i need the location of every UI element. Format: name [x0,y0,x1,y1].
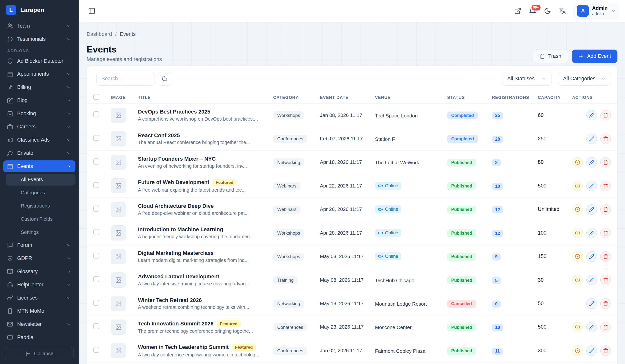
event-title[interactable]: React Conf 2025 [138,132,180,139]
delete-button[interactable] [600,157,611,168]
event-title[interactable]: Future of Web Development [138,179,209,185]
delete-button[interactable] [600,275,611,285]
sidebar-item-booking[interactable]: Booking [3,108,75,120]
sidebar-item-events[interactable]: Events [3,160,75,172]
event-title[interactable]: Startup Founders Mixer – NYC [138,156,216,162]
cancel-event-button[interactable] [572,157,583,168]
event-title[interactable]: Digital Marketing Masterclass [138,250,214,256]
notifications-button[interactable]: 99+ [529,7,536,15]
sidebar-item-forum[interactable]: Forum [3,239,75,251]
edit-button[interactable] [586,275,597,285]
sidebar-subitem-categories[interactable]: Categories [6,187,75,199]
cancel-event-button[interactable] [572,251,583,262]
edit-button[interactable] [586,181,597,191]
delete-button[interactable] [600,251,611,262]
edit-button[interactable] [586,110,597,121]
sidebar-toggle-button[interactable] [88,7,95,14]
row-checkbox[interactable] [93,323,99,329]
edit-button[interactable] [586,298,597,309]
sidebar-item-blog[interactable]: Blog [3,94,75,106]
sidebar-item-testimonials[interactable]: Testimonials [3,33,75,45]
event-image-placeholder [111,108,126,123]
edit-button[interactable] [586,345,597,356]
sidebar-item-appointments[interactable]: Appointments [3,68,75,80]
row-checkbox[interactable] [93,182,99,188]
breadcrumb-dashboard[interactable]: Dashboard [87,31,112,37]
content: Dashboard / Events Events Manage events … [79,22,625,364]
cancel-event-button[interactable] [572,322,583,333]
event-title[interactable]: Advanced Laravel Development [138,273,219,280]
sidebar-item-team[interactable]: Team [3,20,75,32]
row-checkbox[interactable] [93,229,99,235]
edit-button[interactable] [586,322,597,333]
chevron-down-icon [66,37,71,42]
category-badge: Conferences [273,323,307,331]
event-title[interactable]: Tech Innovation Summit 2026 [138,321,214,327]
add-event-button[interactable]: Add Event [572,50,617,63]
sidebar-item-glossary[interactable]: Glossary [3,266,75,277]
brand[interactable]: L Larapen [0,0,79,20]
external-link-button[interactable] [514,7,521,14]
sidebar-item-licenses[interactable]: Licenses [3,292,75,304]
translate-button[interactable] [559,7,566,14]
edit-button[interactable] [586,204,597,215]
cancel-event-button[interactable] [572,204,583,215]
search-input[interactable] [96,72,155,86]
sidebar-item-newsletter[interactable]: Newsletter [3,318,75,330]
row-checkbox[interactable] [93,276,99,282]
sidebar-item-mtn-momo[interactable]: MTN MoMo [3,305,75,317]
delete-button[interactable] [600,228,611,238]
category-filter-select[interactable]: All Categories [558,72,611,86]
event-title[interactable]: Cloud Architecture Deep Dive [138,203,214,209]
sidebar-item-gdpr[interactable]: GDPR [3,252,75,264]
sidebar-subitem-registrations[interactable]: Registrations [6,200,75,212]
edit-button[interactable] [586,157,597,168]
trash-button[interactable]: Trash [533,50,568,63]
sidebar-item-careers[interactable]: Careers [3,121,75,133]
delete-button[interactable] [600,322,611,333]
column-header-title: TITLE [138,95,273,100]
delete-button[interactable] [600,345,611,356]
select-all-checkbox[interactable] [93,94,99,100]
event-title[interactable]: Women in Tech Leadership Summit [138,344,229,350]
sidebar-item-billing[interactable]: Billing [3,81,75,93]
delete-button[interactable] [600,181,611,191]
event-title[interactable]: Introduction to Machine Learning [138,226,223,233]
delete-button[interactable] [600,298,611,309]
event-date: Feb 07, 2026 11:17 [320,136,375,142]
collapse-button[interactable]: Collapse [5,347,74,360]
row-checkbox[interactable] [93,158,99,165]
delete-button[interactable] [600,204,611,215]
row-checkbox[interactable] [93,300,99,306]
row-checkbox[interactable] [93,253,99,259]
cancel-event-button[interactable] [572,345,583,356]
row-checkbox[interactable] [93,347,99,353]
edit-button[interactable] [586,228,597,238]
sidebar-nav: TeamTestimonialsADD-ONSAd Blocker Detect… [0,20,79,345]
sidebar-item-envato[interactable]: Envato [3,147,75,159]
sidebar-item-ad-blocker-detector[interactable]: Ad Blocker Detector [3,55,75,67]
search-button[interactable] [158,72,172,86]
sidebar-subitem-all-events[interactable]: All Events [6,174,75,185]
dark-mode-button[interactable] [544,7,551,14]
event-title[interactable]: DevOps Best Practices 2025 [138,109,211,115]
cancel-event-button[interactable] [572,228,583,238]
delete-button[interactable] [600,134,611,144]
sidebar-item-helpcenter[interactable]: HelpCenter [3,279,75,291]
edit-button[interactable] [586,134,597,144]
online-label: Online [385,207,398,212]
cancel-event-button[interactable] [572,275,583,285]
sidebar-subitem-custom-fields[interactable]: Custom Fields [6,213,75,225]
row-checkbox[interactable] [93,206,99,212]
row-checkbox[interactable] [93,111,99,118]
user-menu[interactable]: A Admin admin [573,3,619,19]
delete-button[interactable] [600,110,611,121]
row-checkbox[interactable] [93,135,99,141]
status-filter-select[interactable]: All Statuses [502,72,552,86]
sidebar-item-paddle[interactable]: Paddle [3,332,75,343]
sidebar-item-classified-ads[interactable]: Classified Ads [3,134,75,146]
sidebar-subitem-settings[interactable]: Settings [6,226,75,238]
cancel-event-button[interactable] [572,181,583,191]
event-title[interactable]: Winter Tech Retreat 2026 [138,297,202,303]
edit-button[interactable] [586,251,597,262]
